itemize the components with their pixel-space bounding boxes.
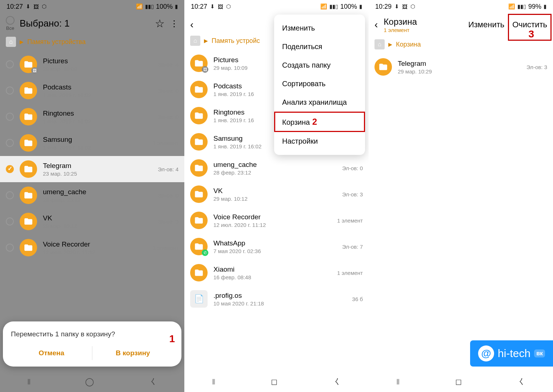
back-button[interactable]: ‹ [190, 19, 193, 31]
checkbox[interactable] [6, 191, 14, 199]
list-item[interactable]: Ringtones1 янв. 2019 г. 16:02Эл-ов: 0 [0, 104, 184, 130]
checkbox[interactable] [6, 113, 14, 121]
folder-icon [20, 134, 37, 152]
screenshot-2: 10:27 ⬇ 🖼 ⬡ 📶 ▮▮▯ 100% ▮ ‹ ⌂ ▶ Память ус… [184, 0, 369, 392]
select-all-label: Все [6, 25, 14, 31]
item-meta: 1 янв. 2019 г. 16:02 [43, 92, 152, 98]
overflow-menu: ИзменитьПоделитьсяСоздать папкуСортирова… [274, 15, 365, 155]
status-app-icon: ⬡ [42, 3, 47, 10]
item-meta: 16 февр. 08:48 [213, 274, 331, 280]
item-count: Эл-ов: 0 [342, 165, 363, 171]
menu-item-корзина[interactable]: Корзина 2 [274, 112, 365, 132]
nav-bar: ⦀ ◯ ㇛ [0, 372, 184, 392]
item-name: .profig.os [213, 292, 346, 300]
watermark: @ hi-tech вк [470, 340, 553, 367]
item-count: Эл-ов: 4 [158, 166, 179, 172]
item-count: Эл-ов: 0 [158, 192, 179, 199]
battery-text: 100% [156, 3, 173, 11]
menu-item-поделиться[interactable]: Поделиться [274, 37, 365, 56]
list-item[interactable]: VK29 мар. 10:12Эл-ов: 3 [0, 208, 184, 235]
list-item[interactable]: Samsung1 янв. 2019 г. 16:021 элемент [0, 130, 184, 156]
menu-item-создать-папку[interactable]: Создать папку [274, 56, 365, 75]
folder-list[interactable]: Telegram29 мар. 10:29Эл-ов: 3 [369, 54, 553, 372]
annotation-3: 3 [528, 28, 534, 40]
edit-button[interactable]: Изменить [468, 20, 504, 29]
battery-icon: ▮ [544, 3, 546, 10]
page-subtitle: 1 элемент [384, 27, 462, 33]
menu-item-анализ-хранилища[interactable]: Анализ хранилища [274, 93, 365, 112]
image-badge-icon: 🖼 [202, 66, 208, 73]
select-all-circle-icon [6, 16, 15, 25]
menu-item-изменить[interactable]: Изменить [274, 19, 365, 37]
nav-back-icon[interactable]: ㇛ [517, 376, 525, 387]
home-icon: ⌂ [374, 39, 385, 49]
item-name: Telegram [398, 60, 521, 68]
more-icon[interactable]: ⋮ [170, 19, 179, 29]
list-item[interactable]: Voice Recorder12 июл. 2020 г. 11:121 эле… [184, 207, 369, 233]
list-item[interactable]: Podcasts1 янв. 2019 г. 16:02Эл-ов: 0 [0, 77, 184, 104]
breadcrumb[interactable]: ⌂ ▶ Память устройства [0, 34, 184, 51]
checkbox[interactable] [6, 139, 14, 147]
folder-icon [190, 81, 208, 98]
list-item[interactable]: 🖼Pictures29 мар. 10:09Эл-ов: 4 [0, 51, 184, 77]
nav-recents-icon[interactable]: ⦀ [212, 377, 215, 387]
checkbox[interactable] [6, 60, 14, 68]
item-meta: 7 мая 2020 г. 02:36 [213, 248, 336, 254]
status-image-icon: 🖼 [33, 4, 39, 10]
menu-item-настройки[interactable]: Настройки [274, 132, 365, 151]
chevron-right-icon: ▶ [388, 41, 392, 47]
nav-home-icon[interactable]: ◻ [455, 377, 462, 387]
list-item[interactable]: Telegram29 мар. 10:29Эл-ов: 3 [369, 54, 553, 80]
item-count: Эл-ов: 7 [342, 244, 363, 250]
wifi-icon: 📶 [508, 3, 515, 10]
watermark-vk-icon: вк [534, 349, 545, 357]
checkbox[interactable] [6, 87, 14, 95]
nav-back-icon[interactable]: ㇛ [149, 376, 157, 387]
confirm-trash-button[interactable]: В корзину [92, 346, 173, 360]
chevron-right-icon: ▶ [20, 39, 24, 45]
nav-back-icon[interactable]: ㇛ [333, 376, 341, 387]
annotation-2: 2 [310, 117, 317, 127]
item-name: Voice Recorder [43, 240, 147, 248]
list-item[interactable]: umeng_cache28 февр. 23:12Эл-ов: 0 [184, 155, 369, 181]
selection-header: Все Выбрано: 1 ☆ ⋮ [0, 13, 184, 34]
list-item[interactable]: VK29 мар. 10:12Эл-ов: 3 [184, 181, 369, 207]
list-item[interactable]: 📄.profig.os10 мая 2020 г. 21:1836 б [184, 286, 369, 312]
nav-home-icon[interactable]: ◻ [271, 377, 277, 387]
page-title: Корзина [384, 17, 462, 27]
cancel-button[interactable]: Отмена [11, 346, 92, 360]
item-meta: 10 мая 2020 г. 21:18 [213, 300, 346, 307]
item-count: 36 б [352, 296, 363, 302]
star-icon[interactable]: ☆ [155, 17, 165, 30]
status-download-icon: ⬇ [26, 3, 31, 10]
item-name: Xiaomi [213, 265, 331, 273]
item-meta: 12 июл. 2020 г. 11:12 [43, 249, 147, 255]
status-time: 10:27 [7, 3, 23, 11]
item-meta: 1 янв. 2019 г. 16:02 [43, 118, 152, 124]
list-item[interactable]: Telegram23 мар. 10:25Эл-ов: 4 [0, 156, 184, 182]
whatsapp-badge-icon: ✆ [202, 249, 208, 256]
nav-bar: ⦀ ◻ ㇛ [369, 372, 553, 392]
menu-item-сортировать[interactable]: Сортировать [274, 75, 365, 93]
status-app-icon: ⬡ [410, 3, 415, 10]
nav-recents-icon[interactable]: ⦀ [396, 377, 400, 387]
selection-title: Выбрано: 1 [20, 18, 150, 29]
item-count: Эл-ов: 3 [526, 64, 547, 70]
list-item[interactable]: umeng_cache28 февр. 23:12Эл-ов: 0 [0, 182, 184, 208]
nav-home-icon[interactable]: ◯ [85, 377, 94, 387]
item-name: WhatsApp [213, 239, 336, 247]
signal-icon: ▮▮▯ [517, 3, 526, 10]
nav-recents-icon[interactable]: ⦀ [27, 377, 31, 387]
item-meta: 28 февр. 23:12 [43, 197, 152, 203]
list-item[interactable]: ✆WhatsApp7 мая 2020 г. 02:36Эл-ов: 7 [184, 233, 369, 260]
wifi-icon: 📶 [136, 3, 143, 10]
back-button[interactable]: ‹ [374, 19, 378, 31]
select-all-button[interactable]: Все [6, 16, 15, 31]
folder-icon [190, 212, 208, 229]
checkbox[interactable] [6, 165, 14, 173]
list-item[interactable]: Voice Recorder12 июл. 2020 г. 11:121 эле… [0, 235, 184, 261]
checkbox[interactable] [6, 217, 14, 225]
list-item[interactable]: Xiaomi16 февр. 08:481 элемент [184, 260, 369, 286]
checkbox[interactable] [6, 244, 14, 252]
item-meta: 29 мар. 10:12 [43, 223, 152, 229]
